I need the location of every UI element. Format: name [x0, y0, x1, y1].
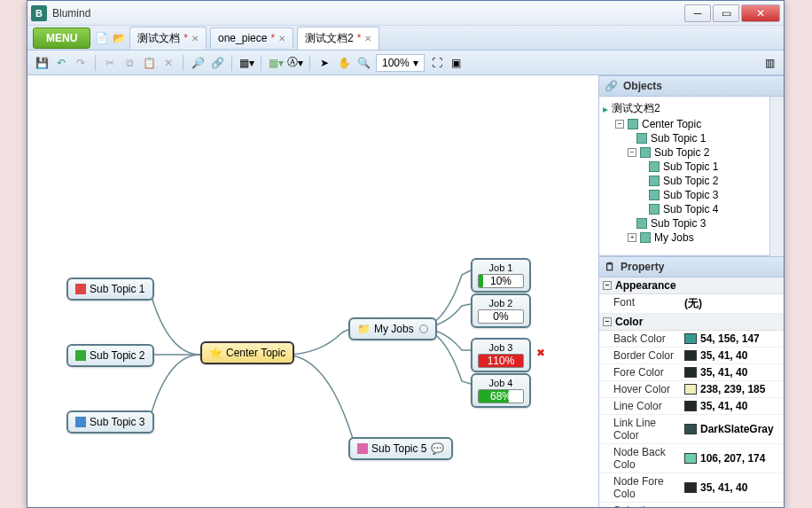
- node-sub-topic-5[interactable]: Sub Topic 5💬: [348, 437, 453, 460]
- collapse-icon[interactable]: −: [603, 281, 612, 290]
- prop-name: Selection Color: [599, 503, 681, 507]
- tree-item[interactable]: +My Jobs: [603, 231, 766, 245]
- copy-icon[interactable]: ⧉: [122, 56, 137, 70]
- undo-icon[interactable]: ↶: [54, 56, 68, 70]
- menu-button[interactable]: MENU: [33, 27, 90, 49]
- color-swatch: [684, 401, 697, 411]
- new-doc-icon[interactable]: 📄: [94, 31, 108, 45]
- property-grid[interactable]: −Appearance Font(无) −Color Back Color54,…: [599, 277, 784, 507]
- tab-0[interactable]: 测试文档*✕: [129, 27, 207, 50]
- prop-row-node-fore-color[interactable]: Node Fore Colo35, 41, 40: [599, 473, 784, 503]
- folder-icon: 📁: [357, 323, 371, 335]
- scrollbar-vertical[interactable]: [769, 97, 784, 256]
- save-icon[interactable]: 💾: [35, 56, 49, 70]
- node-center-topic[interactable]: ⭐Center Topic: [200, 341, 294, 364]
- prop-row-line-color[interactable]: Line Color35, 41, 40: [599, 398, 784, 415]
- prop-category[interactable]: −Appearance: [599, 277, 784, 294]
- tree-item[interactable]: Sub Topic 2: [603, 174, 766, 188]
- zoom-combo[interactable]: 100%▾: [376, 54, 425, 72]
- cut-icon[interactable]: ✂: [103, 56, 117, 70]
- redo-icon[interactable]: ↷: [74, 56, 88, 70]
- mindmap-canvas[interactable]: Sub Topic 1 Sub Topic 2 Sub Topic 3 ⭐Cen…: [27, 75, 599, 507]
- fit-icon[interactable]: ⛶: [430, 56, 444, 70]
- star-icon: ⭐: [209, 347, 223, 359]
- node-job-2[interactable]: Job 20%: [471, 293, 531, 328]
- node-icon: [636, 218, 647, 229]
- prop-name: Node Back Colo: [599, 444, 681, 473]
- expand-icon[interactable]: +: [628, 233, 636, 242]
- tab-1[interactable]: one_piece*✕: [210, 27, 293, 48]
- node-label: My Jobs: [374, 323, 414, 335]
- pointer-icon[interactable]: ➤: [317, 56, 332, 70]
- collapse-icon[interactable]: −: [628, 148, 636, 157]
- prop-value-text: 238, 239, 185: [700, 383, 765, 395]
- expand-handle[interactable]: [419, 324, 428, 333]
- node-icon: [649, 176, 660, 186]
- tab-label: 测试文档2: [305, 31, 354, 46]
- tab-close-icon[interactable]: ✕: [191, 34, 199, 43]
- theme-icon[interactable]: ▦▾: [269, 56, 283, 70]
- collapse-icon[interactable]: −: [603, 317, 612, 326]
- prop-row-font[interactable]: Font(无): [599, 294, 784, 314]
- node-job-4[interactable]: Job 468%: [471, 373, 531, 408]
- prop-name: Border Color: [599, 348, 681, 363]
- objects-panel-header[interactable]: 🔗Objects: [599, 75, 784, 97]
- tree-item[interactable]: Sub Topic 1: [603, 160, 766, 174]
- minimize-button[interactable]: ─: [684, 4, 711, 22]
- progress-value: 10%: [490, 275, 511, 287]
- grid-icon[interactable]: ▦▾: [239, 56, 254, 70]
- prop-name: Line Color: [599, 398, 681, 414]
- node-job-3[interactable]: Job 3110%✖: [471, 338, 531, 372]
- category-label: Appearance: [615, 279, 676, 292]
- delete-icon[interactable]: ✕: [161, 56, 176, 70]
- node-label: Sub Topic 2: [90, 349, 145, 362]
- find-icon[interactable]: 🔎: [191, 56, 205, 70]
- panel-title: Property: [621, 261, 664, 273]
- node-sub-topic-1[interactable]: Sub Topic 1: [66, 277, 154, 301]
- prop-row-fore-color[interactable]: Fore Color35, 41, 40: [599, 364, 784, 381]
- paste-icon[interactable]: 📋: [142, 56, 156, 70]
- dirty-indicator: *: [270, 32, 275, 44]
- error-icon: ✖: [536, 347, 545, 359]
- prop-row-border-color[interactable]: Border Color35, 41, 40: [599, 348, 784, 364]
- property-panel-header[interactable]: 🗒Property: [599, 256, 784, 277]
- tab-close-icon[interactable]: ✕: [364, 34, 371, 43]
- open-icon[interactable]: 📂: [112, 31, 126, 45]
- tree-root[interactable]: ▸测试文档2: [603, 100, 766, 117]
- zoom-tool-icon[interactable]: 🔍: [356, 56, 371, 70]
- fullscreen-icon[interactable]: ▣: [449, 56, 464, 70]
- prop-row-link-line-color[interactable]: Link Line ColorDarkSlateGray: [599, 415, 784, 444]
- tab-2[interactable]: 测试文档2*✕: [297, 27, 379, 50]
- link-icon[interactable]: 🔗: [210, 56, 224, 70]
- prop-row-selection-color[interactable]: Selection Color238, 239, 185: [599, 503, 784, 507]
- prop-category[interactable]: −Color: [599, 314, 784, 331]
- tree-item[interactable]: Sub Topic 4: [603, 202, 766, 216]
- close-button[interactable]: ✕: [741, 4, 780, 22]
- tree-item[interactable]: −Sub Topic 2: [603, 145, 766, 160]
- tab-close-icon[interactable]: ✕: [278, 34, 285, 43]
- tab-label: one_piece: [218, 32, 267, 44]
- tree-item[interactable]: Sub Topic 3: [603, 188, 766, 202]
- objects-tree[interactable]: ▸测试文档2 −Center Topic Sub Topic 1 −Sub To…: [599, 97, 769, 256]
- prop-value[interactable]: (无): [681, 294, 784, 313]
- tree-center[interactable]: −Center Topic: [603, 117, 766, 131]
- tree-item[interactable]: Sub Topic 1: [603, 131, 766, 145]
- prop-row-back-color[interactable]: Back Color54, 156, 147: [599, 331, 784, 348]
- collapse-icon[interactable]: −: [615, 120, 624, 129]
- node-my-jobs[interactable]: 📁My Jobs: [348, 317, 437, 340]
- node-sub-topic-3[interactable]: Sub Topic 3: [66, 410, 154, 434]
- node-job-1[interactable]: Job 110%: [471, 258, 531, 293]
- prop-row-node-back-color[interactable]: Node Back Colo106, 207, 174: [599, 444, 784, 473]
- maximize-button[interactable]: ▭: [713, 4, 739, 22]
- flag-icon: [357, 443, 368, 454]
- node-label: Job 3: [489, 342, 513, 353]
- tree-item[interactable]: Sub Topic 3: [603, 216, 766, 231]
- prop-value-text: 35, 41, 40: [700, 349, 747, 362]
- node-label: Center Topic: [226, 347, 285, 359]
- tree-label: My Jobs: [654, 231, 694, 244]
- node-sub-topic-2[interactable]: Sub Topic 2: [66, 344, 154, 367]
- hand-icon[interactable]: ✋: [337, 56, 351, 70]
- prop-row-hover-color[interactable]: Hover Color238, 239, 185: [599, 381, 784, 398]
- panel-toggle-icon[interactable]: ▥: [762, 56, 777, 70]
- text-style-icon[interactable]: Ⓐ▾: [288, 56, 302, 70]
